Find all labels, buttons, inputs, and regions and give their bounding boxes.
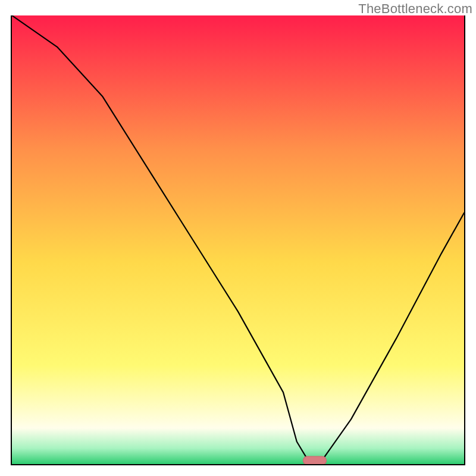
bottleneck-curve	[12, 15, 464, 464]
optimum-marker	[303, 456, 327, 465]
chart-stage: TheBottleneck.com	[0, 0, 476, 476]
watermark-text: TheBottleneck.com	[358, 1, 472, 17]
plot-area	[11, 15, 465, 465]
